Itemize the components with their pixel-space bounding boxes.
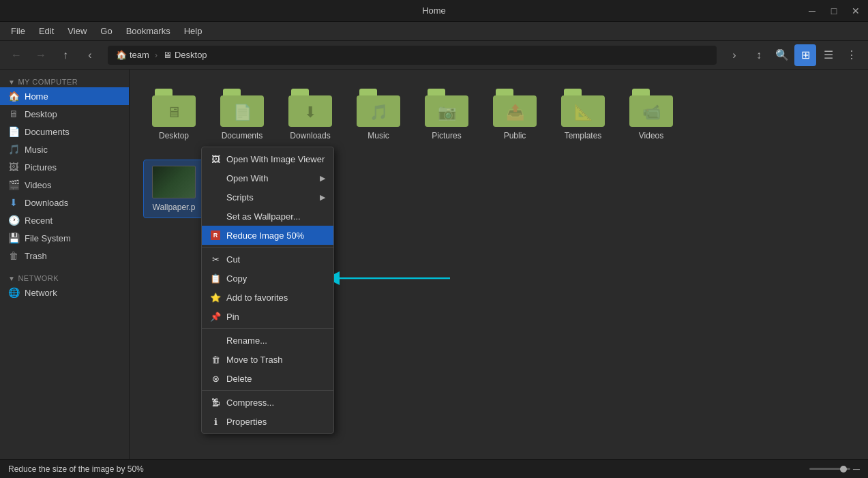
home-sidebar-icon: 🏠	[8, 91, 19, 102]
ctx-delete[interactable]: ⊗ Delete	[202, 369, 333, 388]
folder-music[interactable]: 🎵 Music	[348, 83, 409, 146]
next-nav-button[interactable]: ›	[723, 44, 745, 66]
folder-documents-label: Documents	[222, 131, 263, 140]
ctx-divider-1	[202, 247, 333, 248]
ctx-rename[interactable]: Rename...	[202, 331, 333, 350]
ctx-pin[interactable]: 📌 Pin	[202, 307, 333, 326]
breadcrumb-team-label: team	[130, 50, 149, 60]
sidebar-documents-label: Documents	[25, 127, 70, 137]
ctx-cut[interactable]: ✂ Cut	[202, 250, 333, 269]
breadcrumb-team[interactable]: 🏠 team	[112, 48, 153, 61]
ctx-scripts[interactable]: Scripts ▶	[202, 188, 333, 207]
ctx-open-image-viewer[interactable]: 🖼 Open With Image Viewer	[202, 149, 333, 168]
ctx-copy[interactable]: 📋 Copy	[202, 269, 333, 288]
minimize-button[interactable]: ─	[805, 4, 819, 18]
titlebar: Home ─ □ ✕	[0, 0, 868, 22]
folder-public[interactable]: 📤 Public	[484, 83, 545, 146]
sidebar-desktop-label: Desktop	[25, 109, 57, 119]
delete-icon: ⊗	[210, 373, 221, 384]
sidebar-network-label: Network	[25, 288, 57, 298]
compress-icon: 🗜	[210, 397, 221, 408]
desktop-sidebar-icon: 🖥	[8, 108, 19, 119]
search-button[interactable]: 🔍	[771, 44, 793, 66]
sidebar-item-music[interactable]: 🎵 Music	[0, 140, 129, 158]
videos-sidebar-icon: 🎬	[8, 179, 19, 190]
breadcrumb-bar: 🏠 team › 🖥 Desktop	[108, 46, 717, 65]
open-with-icon	[210, 173, 221, 183]
ctx-reduce-image[interactable]: R Reduce Image 50%	[202, 226, 333, 245]
scripts-arrow-icon: ▶	[320, 193, 325, 202]
scripts-icon	[210, 192, 221, 203]
up-button[interactable]: ↑	[55, 44, 76, 66]
sidebar-item-videos[interactable]: 🎬 Videos	[0, 176, 129, 194]
section-label: My Computer	[18, 78, 78, 86]
sidebar-section-my-computer[interactable]: ▼ My Computer	[0, 74, 129, 87]
sidebar-item-home[interactable]: 🏠 Home	[0, 87, 129, 105]
wallpaper-file[interactable]: Wallpaper.p	[143, 160, 205, 218]
statusbar-text: Reduce the size of the image by 50%	[8, 464, 144, 474]
network-section-label: Network	[18, 274, 59, 282]
folder-desktop[interactable]: 🖥 Desktop	[143, 83, 205, 146]
menu-bookmarks[interactable]: Bookmarks	[121, 24, 176, 38]
forward-button[interactable]: →	[30, 44, 52, 66]
folder-templates[interactable]: 📐 Templates	[552, 83, 614, 146]
back-button[interactable]: ←	[5, 44, 27, 66]
rename-icon	[210, 335, 221, 346]
sidebar-item-recent[interactable]: 🕐 Recent	[0, 211, 129, 229]
close-button[interactable]: ✕	[849, 4, 863, 18]
sidebar-item-documents[interactable]: 📄 Documents	[0, 123, 129, 140]
folder-videos-icon: 📹	[629, 89, 673, 127]
sidebar-item-filesystem[interactable]: 💾 File System	[0, 229, 129, 247]
ctx-move-trash-label: Move to Trash	[226, 355, 282, 365]
sidebar-item-trash[interactable]: 🗑 Trash	[0, 247, 129, 265]
list-view-button[interactable]: ☰	[818, 44, 839, 66]
sidebar-section-network[interactable]: ▼ Network	[0, 270, 129, 284]
ctx-properties[interactable]: ℹ Properties	[202, 412, 333, 431]
folder-public-label: Public	[504, 131, 526, 140]
folder-pictures-icon: 📷	[425, 89, 468, 127]
ctx-open-with-label: Open With	[226, 173, 268, 183]
pin-icon: 📌	[210, 311, 221, 322]
breadcrumb-desktop[interactable]: 🖥 Desktop	[159, 48, 211, 61]
folder-videos-label: Videos	[639, 131, 663, 140]
reduce-image-icon: R	[210, 230, 221, 241]
menu-help[interactable]: Help	[179, 24, 208, 38]
folder-downloads[interactable]: ⬇ Downloads	[280, 83, 341, 146]
zoom-slider[interactable]	[809, 468, 850, 470]
menu-edit[interactable]: Edit	[33, 24, 59, 38]
menu-view[interactable]: View	[62, 24, 92, 38]
ctx-rename-label: Rename...	[226, 335, 267, 346]
ctx-move-trash[interactable]: 🗑 Move to Trash	[202, 350, 333, 369]
sidebar-item-network[interactable]: 🌐 Network	[0, 284, 129, 301]
folder-pictures[interactable]: 📷 Pictures	[416, 83, 477, 146]
path-toggle-button[interactable]: ↕	[748, 44, 770, 66]
ctx-pin-label: Pin	[226, 312, 239, 322]
window-title: Home	[422, 5, 446, 16]
context-menu: 🖼 Open With Image Viewer Open With ▶ Scr…	[201, 147, 334, 434]
extra-view-button[interactable]: ⋮	[841, 44, 863, 66]
folder-desktop-label: Desktop	[159, 131, 189, 140]
grid-view-button[interactable]: ⊞	[794, 44, 816, 66]
properties-icon: ℹ	[210, 416, 221, 427]
music-sidebar-icon: 🎵	[8, 144, 19, 155]
folder-documents[interactable]: 📄 Documents	[211, 83, 273, 146]
sidebar-item-desktop[interactable]: 🖥 Desktop	[0, 105, 129, 123]
cut-icon: ✂	[210, 254, 221, 265]
sidebar-item-pictures[interactable]: 🖼 Pictures	[0, 158, 129, 176]
toolbar: ← → ↑ ‹ 🏠 team › 🖥 Desktop › ↕ 🔍 ⊞ ☰ ⋮	[0, 41, 868, 70]
maximize-button[interactable]: □	[827, 4, 841, 18]
prev-nav-button[interactable]: ‹	[79, 44, 101, 66]
ctx-open-with[interactable]: Open With ▶	[202, 168, 333, 188]
folder-videos[interactable]: 📹 Videos	[620, 83, 682, 146]
sidebar-trash-label: Trash	[25, 251, 47, 261]
ctx-compress[interactable]: 🗜 Compress...	[202, 393, 333, 412]
toolbar-right-actions: ↕ 🔍 ⊞ ☰ ⋮	[748, 44, 863, 66]
menu-go[interactable]: Go	[95, 24, 117, 38]
sidebar-item-downloads[interactable]: ⬇ Downloads	[0, 194, 129, 211]
main-layout: ▼ My Computer 🏠 Home 🖥 Desktop 📄 Documen…	[0, 70, 868, 459]
documents-sidebar-icon: 📄	[8, 126, 19, 137]
ctx-set-wallpaper[interactable]: Set as Wallpaper...	[202, 207, 333, 226]
wallpaper-label: Wallpaper.p	[153, 203, 196, 212]
menu-file[interactable]: File	[5, 24, 31, 38]
ctx-add-favorites[interactable]: ⭐ Add to favorites	[202, 288, 333, 307]
